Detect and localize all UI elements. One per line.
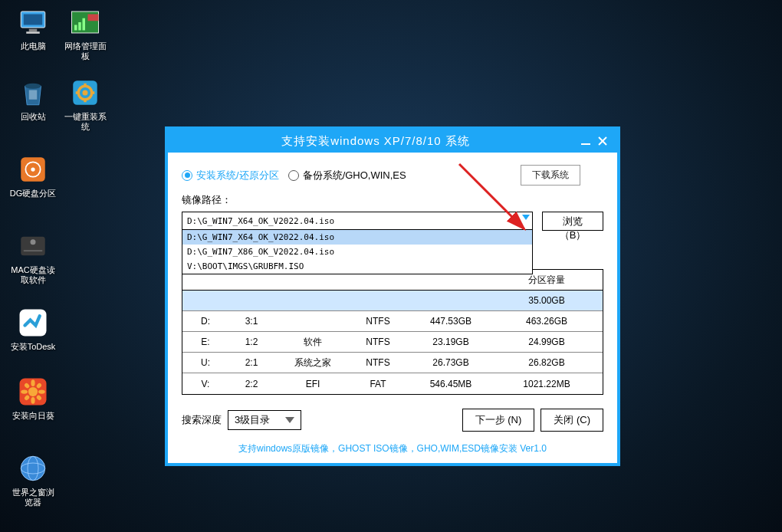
svg-point-21 bbox=[31, 167, 34, 171]
desktop-icon-network[interactable]: 网络管理面板 bbox=[61, 6, 109, 61]
search-depth-value: 3级目录 bbox=[235, 413, 270, 427]
download-system-button[interactable]: 下载系统 bbox=[521, 165, 580, 186]
bottom-controls: 搜索深度 3级目录 下一步 (N) 关闭 (C) bbox=[182, 409, 603, 432]
minimize-button[interactable] bbox=[577, 133, 594, 149]
dropdown-item[interactable]: D:\G_WIN7_X64_OK_V2022.04.iso bbox=[182, 230, 532, 245]
mode-row: 安装系统/还原分区 备份系统/GHO,WIN,ES 下载系统 bbox=[182, 165, 603, 186]
svg-rect-10 bbox=[29, 90, 38, 100]
svg-point-29 bbox=[31, 397, 34, 404]
search-depth-label: 搜索深度 bbox=[182, 413, 222, 427]
search-depth-select[interactable]: 3级目录 bbox=[228, 410, 301, 430]
titlebar[interactable]: 支持安装windows XP/7/8/10 系统 bbox=[168, 130, 617, 153]
desktop-label: 网络管理面板 bbox=[61, 41, 109, 61]
desktop-label: MAC硬盘读取软件 bbox=[9, 265, 57, 285]
table-row[interactable]: U: 2:1 系统之家 NTFS 26.73GB 26.82GB bbox=[182, 353, 603, 373]
desktop-icon-todesk[interactable]: 安装ToDesk bbox=[9, 307, 57, 352]
desktop-label: 安装向日葵 bbox=[9, 411, 57, 421]
desktop-icon-browser[interactable]: 世界之窗浏览器 bbox=[9, 452, 57, 507]
col-capacity: 分区容量 bbox=[497, 274, 596, 287]
svg-rect-16 bbox=[76, 91, 80, 94]
dropdown-item[interactable]: D:\G_WIN7_X86_OK_V2022.04.iso bbox=[182, 245, 532, 259]
svg-rect-15 bbox=[84, 98, 87, 102]
reinstall-icon bbox=[69, 77, 101, 109]
svg-point-31 bbox=[38, 389, 45, 393]
svg-rect-1 bbox=[24, 15, 43, 25]
desktop-icon-recycle[interactable]: 回收站 bbox=[9, 77, 57, 122]
svg-rect-3 bbox=[26, 31, 40, 34]
installer-window: 支持安装windows XP/7/8/10 系统 安装系统/还原分区 备份系统/… bbox=[165, 126, 620, 466]
footer-text: 支持windows原版镜像，GHOST ISO镜像，GHO,WIM,ESD镜像安… bbox=[182, 442, 603, 455]
recycle-icon bbox=[17, 77, 49, 109]
table-row[interactable]: 35.00GB bbox=[182, 291, 603, 311]
radio-backup-label: 备份系统/GHO,WIN,ES bbox=[303, 169, 406, 182]
desktop-icon-dg[interactable]: DG硬盘分区 bbox=[9, 153, 57, 199]
radio-backup[interactable]: 备份系统/GHO,WIN,ES bbox=[288, 169, 406, 182]
svg-rect-6 bbox=[78, 22, 81, 31]
dropdown-item[interactable]: V:\BOOT\IMGS\GRUBFM.ISO bbox=[182, 259, 532, 274]
window-title: 支持安装windows XP/7/8/10 系统 bbox=[174, 134, 577, 149]
image-path-label: 镜像路径： bbox=[182, 193, 603, 207]
svg-rect-17 bbox=[90, 91, 94, 94]
sunflower-icon bbox=[17, 376, 49, 408]
desktop-label: DG硬盘分区 bbox=[9, 189, 57, 199]
image-path-dropdown: D:\G_WIN7_X64_OK_V2022.04.iso D:\G_WIN7_… bbox=[182, 229, 533, 274]
radio-install[interactable]: 安装系统/还原分区 bbox=[182, 169, 279, 182]
svg-point-28 bbox=[31, 379, 34, 386]
desktop-icon-sunflower[interactable]: 安装向日葵 bbox=[9, 376, 57, 421]
desktop-icon-thispc[interactable]: 此电脑 bbox=[9, 6, 57, 51]
svg-rect-14 bbox=[84, 84, 87, 87]
desktop-label: 此电脑 bbox=[9, 41, 57, 51]
svg-rect-7 bbox=[83, 18, 86, 31]
browser-icon bbox=[17, 452, 49, 484]
close-button[interactable] bbox=[594, 133, 611, 149]
radio-install-label: 安装系统/还原分区 bbox=[196, 169, 279, 182]
desktop-label: 一键重装系统 bbox=[61, 112, 109, 132]
mac-icon bbox=[17, 230, 49, 262]
svg-rect-2 bbox=[29, 29, 38, 32]
desktop-label: 世界之窗浏览器 bbox=[9, 488, 57, 507]
chevron-down-icon bbox=[285, 417, 294, 423]
chevron-down-icon[interactable] bbox=[522, 215, 530, 220]
radio-circle-icon bbox=[288, 170, 299, 181]
svg-point-13 bbox=[83, 90, 88, 96]
image-path-input[interactable] bbox=[182, 212, 533, 230]
svg-rect-8 bbox=[88, 15, 99, 21]
pc-icon bbox=[17, 6, 49, 38]
next-button[interactable]: 下一步 (N) bbox=[462, 409, 535, 432]
svg-point-23 bbox=[31, 239, 36, 245]
dg-icon bbox=[17, 153, 49, 186]
image-path-combo[interactable]: D:\G_WIN7_X64_OK_V2022.04.iso D:\G_WIN7_… bbox=[182, 212, 533, 230]
table-row[interactable]: D: 3:1 NTFS 447.53GB 463.26GB bbox=[182, 311, 603, 332]
desktop-label: 安装ToDesk bbox=[9, 342, 57, 352]
partition-table: 分区容量 35.00GB D: 3:1 NTFS 447.53GB 463.26… bbox=[182, 269, 603, 395]
table-row[interactable]: V: 2:2 EFI FAT 546.45MB 1021.22MB bbox=[182, 373, 603, 394]
svg-point-30 bbox=[21, 389, 28, 393]
radio-dot-icon bbox=[182, 170, 192, 181]
todesk-icon bbox=[17, 307, 49, 339]
browse-button[interactable]: 浏览（B） bbox=[542, 212, 603, 231]
desktop-icon-mac[interactable]: MAC硬盘读取软件 bbox=[9, 230, 57, 285]
svg-point-27 bbox=[28, 387, 38, 396]
desktop-label: 回收站 bbox=[9, 112, 57, 122]
network-icon bbox=[69, 6, 101, 38]
svg-rect-40 bbox=[581, 143, 590, 145]
desktop-icon-reinstall[interactable]: 一键重装系统 bbox=[61, 77, 109, 132]
close-dialog-button[interactable]: 关闭 (C) bbox=[540, 409, 603, 432]
svg-rect-5 bbox=[74, 25, 77, 31]
svg-rect-24 bbox=[24, 250, 43, 251]
table-row[interactable]: E: 1:2 软件 NTFS 23.19GB 24.99GB bbox=[182, 332, 603, 353]
svg-point-9 bbox=[25, 84, 41, 89]
